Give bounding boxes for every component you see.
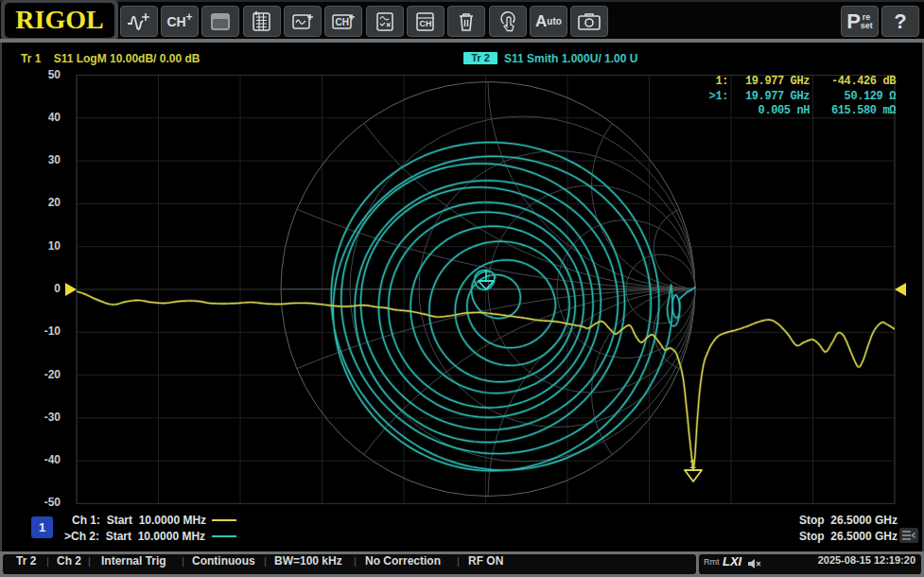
svg-text:CH: CH [336, 17, 349, 27]
svg-text:CH: CH [420, 19, 432, 28]
svg-text:1: 1 [689, 458, 696, 471]
